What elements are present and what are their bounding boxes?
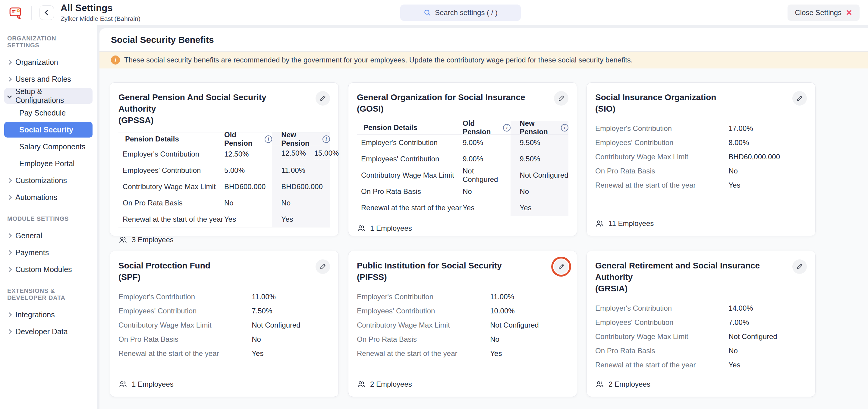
- card-abbr: (GRSIA): [595, 283, 780, 294]
- employees-count[interactable]: 1 Employees: [132, 380, 174, 388]
- row-label: Contributory Wage Max Limit: [119, 321, 252, 329]
- section-extensions-developer-data: EXTENSIONS & DEVELOPER DATA: [4, 287, 93, 301]
- pencil-icon: [796, 95, 803, 102]
- card-title: Social Protection Fund (SPF): [119, 260, 330, 283]
- users-icon: [119, 380, 127, 389]
- row-value: 10.00%: [490, 307, 515, 315]
- payroll-logo-icon[interactable]: [8, 5, 24, 20]
- sidebar-item-salary-components[interactable]: Salary Components: [4, 139, 93, 154]
- row-value: Yes: [490, 349, 502, 358]
- sidebar-item-label: Custom Modules: [16, 265, 72, 274]
- close-settings-button[interactable]: Close Settings ✕: [787, 4, 860, 21]
- row-new-value: 12.50% 15.00%: [272, 146, 330, 162]
- row-value: 17.00%: [728, 124, 753, 133]
- row-old-value: 12.50%: [224, 146, 272, 162]
- row-new-value: 9.50%: [510, 135, 568, 151]
- sidebar-item-label: General: [16, 231, 42, 240]
- info-icon[interactable]: i: [561, 124, 568, 132]
- new-pension-alt-value[interactable]: 15.00%: [314, 149, 339, 159]
- pencil-icon: [558, 263, 565, 270]
- employees-count[interactable]: 3 Employees: [132, 236, 174, 244]
- sidebar-item-organization[interactable]: Organization: [4, 54, 93, 70]
- sidebar-item-customizations[interactable]: Customizations: [4, 173, 93, 188]
- search-input[interactable]: Search settings ( / ): [400, 4, 521, 21]
- row-new-value: 11.00%: [272, 162, 330, 179]
- sidebar-item-custom-modules[interactable]: Custom Modules: [4, 262, 93, 277]
- benefit-cards-grid: General Pension And Social Security Auth…: [99, 68, 868, 409]
- row-label: On Pro Rata Basis: [119, 195, 224, 211]
- info-icon[interactable]: i: [265, 136, 272, 143]
- info-icon: i: [111, 56, 120, 64]
- info-icon[interactable]: i: [322, 136, 330, 143]
- chevron-left-icon: [44, 10, 50, 15]
- chevron-right-icon: [7, 267, 12, 272]
- sidebar-item-payments[interactable]: Payments: [4, 244, 93, 260]
- employees-count[interactable]: 2 Employees: [609, 380, 650, 388]
- employees-count[interactable]: 11 Employees: [609, 219, 654, 228]
- row-label: On Pro Rata Basis: [357, 335, 490, 344]
- close-settings-label: Close Settings: [795, 8, 841, 17]
- row-value: Yes: [728, 361, 740, 369]
- card-title: General Retirement and Social Insurance …: [595, 260, 807, 294]
- sidebar-item-integrations[interactable]: Integrations: [4, 307, 93, 322]
- sidebar-item-label: Setup & Configurations: [16, 87, 93, 105]
- row-label: Employees' Contribution: [595, 318, 728, 327]
- employees-count[interactable]: 1 Employees: [370, 224, 412, 233]
- sidebar-item-general[interactable]: General: [4, 228, 93, 243]
- row-value: 7.00%: [728, 318, 749, 327]
- card-spf: Social Protection Fund (SPF) Employer's …: [110, 251, 339, 397]
- employees-count[interactable]: 2 Employees: [370, 380, 412, 388]
- row-label: Employees' Contribution: [357, 151, 463, 167]
- edit-button-grsia[interactable]: [792, 259, 807, 274]
- sidebar-item-label: Developer Data: [16, 327, 68, 336]
- benefit-rows: Employer's Contribution17.00% Employees'…: [595, 121, 807, 192]
- column-header-details: Pension Details: [357, 121, 463, 135]
- sidebar-item-social-security[interactable]: Social Security: [4, 122, 93, 138]
- chevron-right-icon: [7, 60, 12, 64]
- pension-table: Pension Details Old Pension i New Pensio…: [119, 132, 330, 227]
- page-header-title: All Settings: [61, 3, 141, 13]
- header-title-block: All Settings Zylker Middle East (Bahrain…: [61, 3, 141, 22]
- row-value: 11.00%: [252, 293, 276, 301]
- row-old-value: BHD600.000: [224, 179, 272, 195]
- row-value: No: [252, 335, 261, 344]
- edit-button-gosi[interactable]: [554, 91, 568, 106]
- row-value: 14.00%: [728, 304, 753, 313]
- chevron-right-icon: [7, 233, 12, 238]
- edit-button-spf[interactable]: [315, 259, 330, 274]
- card-abbr: (SIO): [595, 103, 780, 115]
- row-label: Contributory Wage Max Limit: [357, 321, 490, 329]
- row-label: Employer's Contribution: [357, 293, 490, 301]
- edit-button-gpssa[interactable]: [315, 91, 330, 106]
- new-pension-value[interactable]: 12.50%: [281, 149, 306, 159]
- page-title-band: Social Security Benefits: [99, 28, 868, 52]
- sidebar-item-users-and-roles[interactable]: Users and Roles: [4, 71, 93, 87]
- employees-footer: 1 Employees: [357, 216, 568, 233]
- search-placeholder: Search settings ( / ): [435, 8, 498, 17]
- row-label: Contributory Wage Max Limit: [357, 167, 463, 183]
- row-value: No: [728, 347, 738, 355]
- sidebar-item-employee-portal[interactable]: Employee Portal: [4, 156, 93, 171]
- card-name: General Pension And Social Security Auth…: [119, 93, 267, 113]
- back-button[interactable]: [39, 5, 54, 20]
- sidebar-item-setup-configurations[interactable]: Setup & Configurations: [4, 88, 93, 104]
- card-name: Public Institution for Social Security: [357, 261, 502, 270]
- sidebar-item-developer-data[interactable]: Developer Data: [4, 324, 93, 339]
- section-module-settings: MODULE SETTINGS: [4, 215, 93, 222]
- sidebar-item-label: Integrations: [16, 310, 55, 319]
- pension-table: Pension Details Old Pension i New Pensio…: [357, 121, 568, 216]
- sidebar-item-pay-schedule[interactable]: Pay Schedule: [4, 105, 93, 121]
- employees-footer: 2 Employees: [595, 372, 807, 389]
- info-icon[interactable]: i: [503, 124, 510, 132]
- edit-button-sio[interactable]: [792, 91, 807, 106]
- card-name: General Organization for Social Insuranc…: [357, 93, 525, 102]
- row-label: Employer's Contribution: [357, 135, 463, 151]
- settings-sidebar: ORGANIZATION SETTINGS Organization Users…: [0, 25, 97, 409]
- card-title: General Organization for Social Insuranc…: [357, 92, 568, 115]
- card-sio: Social Insurance Organization (SIO) Empl…: [587, 82, 815, 236]
- users-icon: [357, 380, 366, 389]
- card-abbr: (PIFSS): [357, 271, 541, 283]
- sidebar-item-automations[interactable]: Automations: [4, 189, 93, 205]
- edit-button-pifss[interactable]: [554, 259, 568, 274]
- card-pifss: Public Institution for Social Security (…: [348, 251, 577, 397]
